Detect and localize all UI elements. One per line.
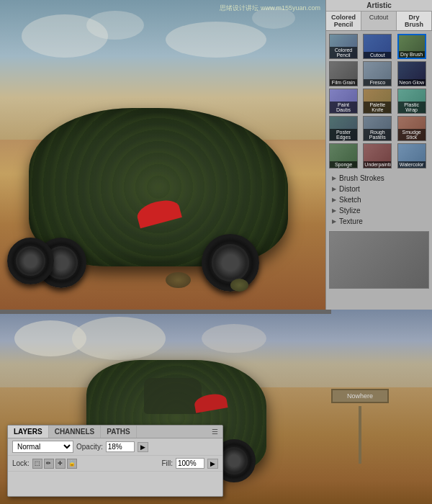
filter-label-neon-glow: Neon Glow: [398, 79, 426, 86]
lock-all-icon[interactable]: 🔒: [67, 459, 77, 469]
filter-list: ▶ Brush Strokes ▶ Distort ▶ Sketch ▶ Sty…: [326, 171, 432, 228]
arrow-icon-5: ▶: [332, 218, 336, 225]
filter-thumb-palette-knife[interactable]: Palette Knife: [363, 89, 392, 114]
layers-panel: LAYERS CHANNELS PATHS ☰ Normal Opacity: …: [7, 425, 223, 497]
filter-grid: Colored Pencil Cutout Dry Brush Film Gra…: [326, 31, 432, 171]
filter-thumb-watercolor[interactable]: Watercolor: [397, 143, 426, 168]
filter-thumb-plastic-wrap[interactable]: Plastic Wrap: [397, 89, 426, 114]
lock-label: Lock:: [12, 459, 30, 467]
filter-list-label-2: Distort: [339, 185, 360, 193]
rock-1: [166, 272, 191, 288]
wheel-rear-left: [7, 238, 54, 284]
filter-label-colored-pencil: Colored Pencil: [330, 47, 357, 58]
layers-menu-icon[interactable]: ☰: [207, 426, 222, 437]
filter-label-dry-brush: Dry Brush: [399, 51, 425, 58]
filter-label-film-grain: Film Grain: [330, 79, 357, 86]
filter-label-smudge-stick: Smudge Stick: [398, 129, 426, 140]
cloud-4: [252, 7, 295, 29]
filter-thumb-film-grain[interactable]: Film Grain: [329, 61, 358, 86]
filter-list-texture[interactable]: ▶ Texture: [329, 216, 429, 227]
filter-label-underpainting: Underpainting: [364, 161, 391, 168]
filter-label-paint-daubs: Paint Daubs: [330, 102, 357, 113]
blend-mode-select[interactable]: Normal: [12, 441, 73, 453]
bottom-cloud-2: [72, 317, 166, 360]
divider: [0, 310, 331, 314]
filter-label-poster-edges: Poster Edges: [330, 129, 357, 140]
filter-thumb-smudge-stick[interactable]: Smudge Stick: [397, 116, 426, 141]
filter-thumb-colored-pencil[interactable]: Colored Pencil: [329, 34, 358, 59]
lock-transparency-icon[interactable]: ⬚: [32, 459, 42, 469]
filter-list-label-3: Sketch: [339, 196, 361, 204]
filter-list-label-4: Stylize: [339, 207, 360, 215]
fill-label: Fill:: [161, 459, 173, 467]
rock-2: [230, 279, 248, 292]
filter-list-label-5: Texture: [339, 217, 363, 225]
filter-tab-cutout[interactable]: Cutout: [361, 12, 397, 30]
layers-tabs-bar: LAYERS CHANNELS PATHS ☰: [8, 426, 222, 438]
sky-bottom: [0, 310, 432, 387]
filter-list-label: Brush Strokes: [339, 174, 384, 182]
filter-thumb-sponge[interactable]: Sponge: [329, 143, 358, 168]
filter-list-sketch[interactable]: ▶ Sketch: [329, 194, 429, 205]
filter-list-stylize[interactable]: ▶ Stylize: [329, 205, 429, 216]
filter-panel: Artistic ColoredPencil Cutout Dry Brush …: [325, 0, 432, 310]
lock-icons-group: ⬚ ✏ ✛ 🔒: [32, 459, 77, 469]
filter-tab-dry-brush[interactable]: Dry Brush: [397, 12, 432, 30]
filter-thumb-paint-daubs[interactable]: Paint Daubs: [329, 89, 358, 114]
opacity-input[interactable]: [106, 441, 135, 452]
blend-opacity-row: Normal Opacity: ▶: [8, 438, 222, 456]
red-shape-bottom: [193, 392, 228, 413]
opacity-arrow[interactable]: ▶: [138, 442, 148, 452]
layers-tab-paths[interactable]: PATHS: [101, 426, 136, 438]
filter-thumb-fresco[interactable]: Fresco: [363, 61, 392, 86]
filter-tab-colored-pencil[interactable]: ColoredPencil: [326, 12, 361, 30]
filter-label-cutout: Cutout: [364, 52, 391, 58]
arrow-icon: ▶: [332, 175, 336, 181]
filter-list-distort[interactable]: ▶ Distort: [329, 184, 429, 194]
cloud-3: [166, 22, 266, 58]
layers-tab-channels[interactable]: CHANNELS: [49, 426, 102, 438]
filter-label-fresco: Fresco: [364, 79, 391, 86]
windshield: [144, 378, 202, 414]
filter-label-sponge: Sponge: [330, 161, 357, 168]
filter-thumb-poster-edges[interactable]: Poster Edges: [329, 116, 358, 141]
lock-position-icon[interactable]: ✛: [55, 459, 66, 469]
filter-header: Artistic: [326, 0, 432, 12]
filter-thumb-rough-pastels[interactable]: Rough Pastels: [363, 116, 392, 141]
filter-thumb-neon-glow[interactable]: Neon Glow: [397, 61, 426, 86]
lock-image-icon[interactable]: ✏: [44, 459, 54, 469]
filter-list-brush-strokes[interactable]: ▶ Brush Strokes: [329, 173, 429, 184]
fill-input[interactable]: [176, 458, 204, 469]
sign-pole: [359, 406, 361, 464]
canvas-top: [0, 0, 331, 310]
layers-tab-layers[interactable]: LAYERS: [8, 426, 49, 438]
filter-thumb-cutout[interactable]: Cutout: [363, 34, 392, 59]
filter-label-palette-knife: Palette Knife: [364, 102, 391, 113]
arrow-icon-4: ▶: [332, 207, 336, 214]
lock-fill-row: Lock: ⬚ ✏ ✛ 🔒 Fill: ▶: [8, 456, 222, 472]
main-area: 思绪设计讲坛 www.m155yuan.com Artistic Colored…: [0, 0, 432, 504]
filter-thumb-underpainting[interactable]: Underpainting: [363, 143, 392, 168]
sign-board: Nowhere: [331, 389, 389, 403]
filter-preview: [329, 231, 429, 289]
bottom-cloud-3: [202, 324, 266, 353]
cloud-2: [86, 11, 144, 40]
arrow-icon-2: ▶: [332, 186, 336, 192]
arrow-icon-3: ▶: [332, 197, 336, 203]
opacity-label: Opacity:: [76, 443, 103, 451]
sign-post: Nowhere: [331, 389, 389, 482]
filter-tabs: ColoredPencil Cutout Dry Brush: [326, 12, 432, 31]
fill-arrow[interactable]: ▶: [207, 459, 218, 469]
filter-thumb-dry-brush[interactable]: Dry Brush: [397, 34, 426, 59]
filter-label-plastic-wrap: Plastic Wrap: [398, 102, 426, 113]
bottom-cloud-1: [14, 320, 86, 356]
filter-label-rough-pastels: Rough Pastels: [364, 129, 391, 140]
filter-label-watercolor: Watercolor: [398, 161, 426, 168]
